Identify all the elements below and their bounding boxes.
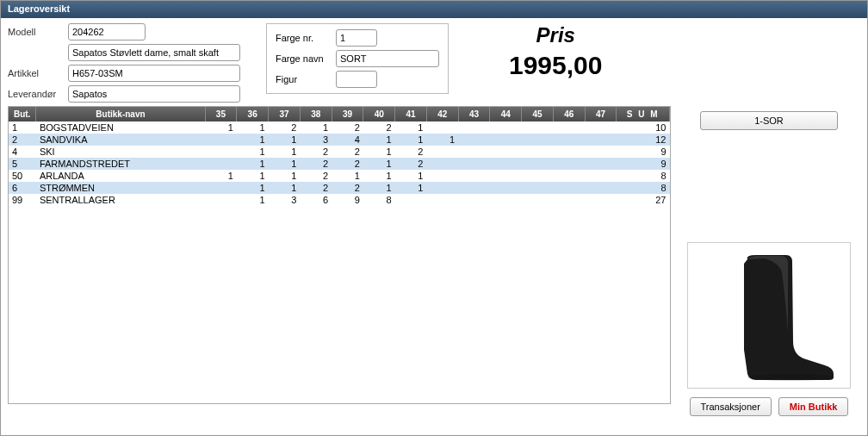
price-value: 1995,00 xyxy=(509,51,602,80)
cell xyxy=(585,158,617,170)
cell: 2 xyxy=(300,146,332,158)
cell xyxy=(458,194,490,206)
table-row[interactable]: 5FARMANDSTREDET1122129 xyxy=(9,158,670,170)
cell: 1 xyxy=(237,158,269,170)
min-butikk-button[interactable]: Min Butikk xyxy=(778,397,849,416)
stock-table: But.Butikk-navn3536373839404142434445464… xyxy=(9,107,670,206)
cell: 2 xyxy=(332,182,363,194)
cell: 1 xyxy=(205,170,237,182)
table-row[interactable]: 1BOGSTADVEIEN112122110 xyxy=(9,121,670,134)
cell: 1 xyxy=(237,146,269,158)
col-header[interactable]: 47 xyxy=(585,107,617,121)
table-row[interactable]: 50ARLANDA11121118 xyxy=(9,170,670,182)
header-area: Modell Artikkel Leverandør Farge nr. Far… xyxy=(1,18,867,106)
main-row: But.Butikk-navn3536373839404142434445464… xyxy=(1,106,867,416)
cell: 1 xyxy=(269,182,301,194)
cell: 2 xyxy=(300,170,332,182)
cell xyxy=(553,121,585,134)
cell: ARLANDA xyxy=(36,170,205,182)
cell xyxy=(426,194,458,206)
cell: BOGSTADVEIEN xyxy=(36,121,205,134)
table-row[interactable]: 2SANDVIKA113411112 xyxy=(9,134,670,146)
cell: 2 xyxy=(363,121,395,134)
cell xyxy=(205,146,237,158)
col-header[interactable]: 40 xyxy=(363,107,395,121)
cell: 5 xyxy=(9,158,36,170)
description-input[interactable] xyxy=(68,44,240,61)
cell: 4 xyxy=(332,134,363,146)
cell: 12 xyxy=(617,134,670,146)
col-header[interactable]: 44 xyxy=(490,107,522,121)
cell xyxy=(553,194,585,206)
right-column: 1-SOR Transaksjoner Min Butikk xyxy=(678,106,860,416)
cell: 1 xyxy=(205,121,237,134)
col-header[interactable]: 46 xyxy=(553,107,585,121)
artikkel-input[interactable] xyxy=(68,65,240,82)
cell: 1 xyxy=(395,182,427,194)
cell: 27 xyxy=(617,194,670,206)
cell: 2 xyxy=(269,121,301,134)
cell xyxy=(585,182,617,194)
cell: 2 xyxy=(332,158,363,170)
leverandor-input[interactable] xyxy=(68,85,240,103)
cell: 1 xyxy=(363,158,395,170)
cell xyxy=(490,182,522,194)
price-block: Pris 1995,00 xyxy=(509,23,602,103)
cell: SANDVIKA xyxy=(36,134,205,146)
cell: 1 xyxy=(332,170,363,182)
cell xyxy=(395,194,427,206)
col-header[interactable]: 41 xyxy=(395,107,427,121)
col-header[interactable]: 45 xyxy=(522,107,554,121)
cell: 1 xyxy=(395,170,427,182)
col-header[interactable]: 39 xyxy=(332,107,363,121)
table-row[interactable]: 99SENTRALLAGER1369827 xyxy=(9,194,670,206)
window-title: Lageroversikt xyxy=(1,1,867,18)
bottom-buttons: Transaksjoner Min Butikk xyxy=(690,397,849,416)
col-header[interactable]: Butikk-navn xyxy=(36,107,205,121)
cell: 1 xyxy=(269,134,301,146)
cell xyxy=(522,182,554,194)
cell xyxy=(205,182,237,194)
cell xyxy=(458,170,490,182)
cell: 9 xyxy=(617,146,670,158)
fargenr-input[interactable] xyxy=(336,29,377,47)
cell: 1 xyxy=(237,121,269,134)
cell xyxy=(585,146,617,158)
cell: 6 xyxy=(300,194,332,206)
transaksjoner-button[interactable]: Transaksjoner xyxy=(690,397,772,416)
cell: 9 xyxy=(617,158,670,170)
col-header[interactable]: But. xyxy=(9,107,36,121)
cell: 3 xyxy=(300,134,332,146)
sor-button[interactable]: 1-SOR xyxy=(700,111,838,130)
cell xyxy=(426,158,458,170)
table-row[interactable]: 4SKI1122129 xyxy=(9,146,670,158)
cell: 1 xyxy=(363,134,395,146)
cell: 1 xyxy=(363,182,395,194)
col-header[interactable]: S U M xyxy=(617,107,670,121)
cell xyxy=(426,146,458,158)
cell xyxy=(585,170,617,182)
cell: 1 xyxy=(237,182,269,194)
col-header[interactable]: 35 xyxy=(205,107,237,121)
fargenavn-input[interactable] xyxy=(336,50,439,67)
cell: 2 xyxy=(395,158,427,170)
figur-input[interactable] xyxy=(336,71,377,88)
cell: 1 xyxy=(300,121,332,134)
cell: 4 xyxy=(9,146,36,158)
col-header[interactable]: 36 xyxy=(237,107,269,121)
cell: 8 xyxy=(617,170,670,182)
cell xyxy=(205,134,237,146)
cell: 3 xyxy=(269,194,301,206)
cell: 1 xyxy=(9,121,36,134)
svg-point-0 xyxy=(747,374,834,381)
col-header[interactable]: 43 xyxy=(458,107,490,121)
modell-input[interactable] xyxy=(68,23,146,40)
col-header[interactable]: 38 xyxy=(300,107,332,121)
cell: 50 xyxy=(9,170,36,182)
col-header[interactable]: 42 xyxy=(426,107,458,121)
cell xyxy=(585,194,617,206)
cell: 9 xyxy=(332,194,363,206)
table-row[interactable]: 6STRØMMEN1122118 xyxy=(9,182,670,194)
cell xyxy=(490,194,522,206)
col-header[interactable]: 37 xyxy=(269,107,301,121)
